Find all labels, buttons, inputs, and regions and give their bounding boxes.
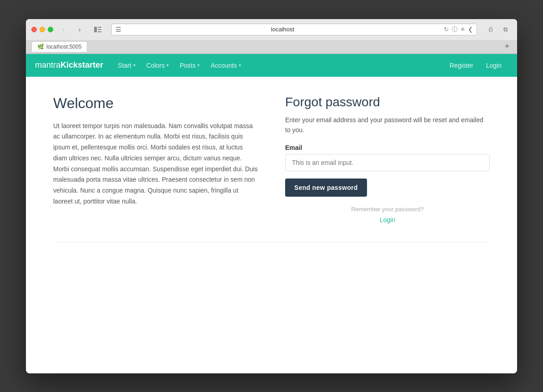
- navbar: mantraKickstarter Start ▾ Colors ▾: [26, 54, 517, 77]
- dropdown-arrow-colors: ▾: [166, 63, 169, 68]
- remember-text: Remember your password?: [285, 206, 490, 213]
- welcome-section: Welcome Ut laoreet tempor turpis non mal…: [53, 95, 258, 207]
- tab-url: localhost:5005: [46, 44, 81, 50]
- send-password-button[interactable]: Send new password: [285, 179, 367, 197]
- content-divider: [53, 242, 490, 242]
- add-tab-button[interactable]: +: [503, 42, 512, 51]
- svg-rect-2: [98, 29, 101, 30]
- tab-favicon: 🌿: [37, 44, 44, 50]
- close-button[interactable]: [31, 27, 37, 32]
- app-content: mantraKickstarter Start ▾ Colors ▾: [26, 54, 517, 340]
- address-bar-icons: ↻ ⓘ ✳ ❮: [444, 25, 473, 34]
- hamburger-icon: ☰: [116, 26, 121, 33]
- send-password-label: Send new password: [294, 184, 358, 191]
- content-row: Welcome Ut laoreet tempor turpis non mal…: [53, 95, 490, 224]
- email-input[interactable]: [285, 154, 490, 171]
- traffic-lights: [31, 27, 53, 32]
- nav-link-colors[interactable]: Colors ▾: [141, 54, 174, 77]
- forgot-title: Forgot password: [285, 95, 490, 109]
- info-icon[interactable]: ⓘ: [452, 25, 458, 34]
- minimize-button[interactable]: [40, 27, 45, 32]
- browser-chrome: ‹ › ☰ ↻ ⓘ ✳ ❮: [26, 19, 517, 54]
- share-button[interactable]: ⎙: [484, 25, 497, 34]
- nav-item-accounts: Accounts ▾: [205, 54, 246, 77]
- sidebar-button[interactable]: [91, 25, 104, 34]
- brand-mantra: mantra: [35, 60, 60, 69]
- svg-rect-1: [98, 27, 101, 28]
- nav-label-login: Login: [486, 62, 502, 69]
- svg-rect-3: [98, 31, 101, 32]
- browser-titlebar: ‹ › ☰ ↻ ⓘ ✳ ❮: [26, 19, 517, 40]
- nav-label-posts: Posts: [180, 62, 196, 69]
- login-link[interactable]: Login: [285, 216, 490, 223]
- welcome-body: Ut laoreet tempor turpis non malesuada. …: [53, 121, 258, 207]
- refresh-icon[interactable]: ↻: [444, 26, 449, 33]
- back-button[interactable]: ‹: [57, 25, 70, 34]
- extensions-icon[interactable]: ✳: [460, 26, 465, 33]
- nav-link-accounts[interactable]: Accounts ▾: [205, 54, 246, 77]
- nav-link-start[interactable]: Start ▾: [112, 54, 141, 77]
- leaf-icon: 🌿: [37, 44, 44, 50]
- email-form-group: Email: [285, 144, 490, 171]
- new-tab-button[interactable]: ⧉: [499, 25, 512, 34]
- nav-item-posts: Posts ▾: [174, 54, 205, 77]
- email-label: Email: [285, 144, 490, 151]
- browser-actions: ⎙ ⧉: [484, 25, 512, 34]
- svg-rect-0: [94, 27, 97, 32]
- navbar-right: Register Login: [443, 54, 508, 77]
- navbar-nav: Start ▾ Colors ▾ Posts ▾: [112, 54, 443, 77]
- dropdown-arrow-posts: ▾: [197, 63, 200, 68]
- forgot-password-section: Forgot password Enter your email address…: [285, 95, 490, 224]
- nav-label-start: Start: [118, 62, 131, 69]
- nav-link-login[interactable]: Login: [480, 54, 508, 77]
- forward-button[interactable]: ›: [73, 25, 86, 34]
- welcome-title: Welcome: [53, 95, 258, 112]
- nav-item-colors: Colors ▾: [141, 54, 174, 77]
- nav-label-colors: Colors: [146, 62, 165, 69]
- brand-kickstarter: Kickstarter: [60, 60, 103, 69]
- dropdown-arrow-start: ▾: [133, 63, 136, 68]
- pocket-icon[interactable]: ❮: [468, 26, 473, 33]
- nav-label-accounts: Accounts: [211, 62, 237, 69]
- browser-tabbar: 🌿 localhost:5005 +: [26, 40, 517, 54]
- main-content: Welcome Ut laoreet tempor turpis non mal…: [26, 77, 517, 340]
- nav-label-register: Register: [450, 62, 473, 69]
- address-bar-container[interactable]: ☰ ↻ ⓘ ✳ ❮: [111, 24, 477, 35]
- nav-link-posts[interactable]: Posts ▾: [174, 54, 205, 77]
- browser-tab-active[interactable]: 🌿 localhost:5005: [31, 41, 87, 52]
- browser-window: ‹ › ☰ ↻ ⓘ ✳ ❮: [26, 19, 517, 373]
- nav-link-register[interactable]: Register: [443, 54, 480, 77]
- navbar-brand[interactable]: mantraKickstarter: [35, 60, 103, 70]
- address-bar[interactable]: [124, 26, 441, 33]
- nav-item-start: Start ▾: [112, 54, 141, 77]
- dropdown-arrow-accounts: ▾: [239, 63, 241, 68]
- forgot-description: Enter your email address and your passwo…: [285, 115, 490, 135]
- maximize-button[interactable]: [48, 27, 53, 32]
